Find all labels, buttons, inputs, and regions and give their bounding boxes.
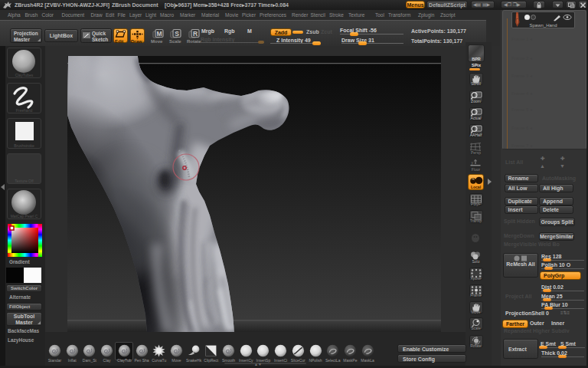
svg-text:R: R <box>193 30 198 38</box>
svg-text:S: S <box>175 30 179 38</box>
svg-text:M: M <box>156 30 162 38</box>
svg-text:y: y <box>472 160 474 165</box>
